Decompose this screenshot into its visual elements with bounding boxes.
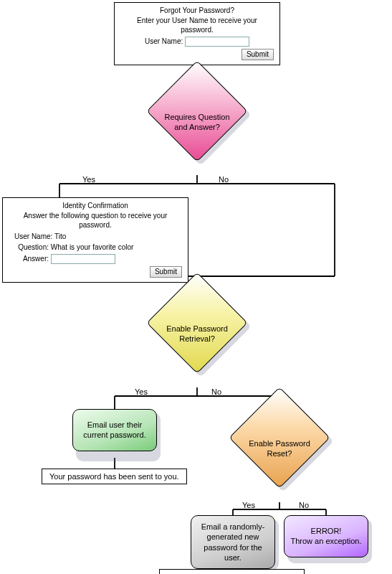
form-title: Forgot Your Password? xyxy=(120,6,274,16)
decision-label: Enable Password Reset? xyxy=(240,439,319,459)
form-subtitle: Answer the following question to receive… xyxy=(9,211,182,230)
branch-no: No xyxy=(211,387,221,396)
form-subtitle: Enter your User Name to receive your pas… xyxy=(120,16,274,35)
decision-enable-reset xyxy=(229,387,330,488)
submit-button[interactable]: Submit xyxy=(150,266,182,278)
username-value: Tito xyxy=(54,232,66,240)
forgot-password-form: Forgot Your Password? Enter your User Na… xyxy=(114,2,280,65)
branch-no: No xyxy=(299,501,309,509)
answer-label: Answer: xyxy=(14,254,49,264)
username-input[interactable] xyxy=(185,37,249,47)
decision-enable-retrieval xyxy=(146,272,247,373)
decision-label: Requires Question and Answer? xyxy=(158,113,236,133)
decision-label: Enable Password Retrieval? xyxy=(158,324,236,344)
username-label: User Name: xyxy=(145,37,183,45)
username-label: User Name: xyxy=(14,232,52,240)
question-label: Question: xyxy=(14,243,49,253)
branch-yes: Yes xyxy=(82,175,95,184)
question-value: What is your favorite color xyxy=(51,243,134,251)
branch-no: No xyxy=(219,175,229,184)
caption-password-sent-1: Your password has been sent to you. xyxy=(42,469,187,484)
answer-input[interactable] xyxy=(51,254,115,264)
form-title: Identity Confirmation xyxy=(9,201,182,211)
branch-yes: Yes xyxy=(135,387,148,396)
result-error: ERROR! Throw an exception. xyxy=(284,515,368,557)
result-email-current: Email user their current password. xyxy=(72,409,157,451)
submit-button[interactable]: Submit xyxy=(242,49,274,60)
decision-requires-qa xyxy=(146,60,247,161)
result-email-random: Email a randomly-generated new password … xyxy=(191,515,275,569)
identity-confirmation-form: Identity Confirmation Answer the followi… xyxy=(2,197,188,283)
branch-yes: Yes xyxy=(242,501,255,509)
caption-password-sent-2: Your password has been sent to you. xyxy=(159,569,305,574)
